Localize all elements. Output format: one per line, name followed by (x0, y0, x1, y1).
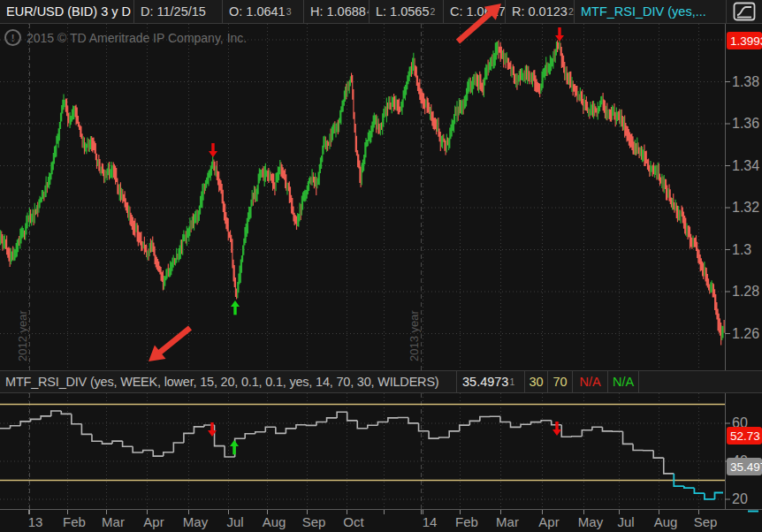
time-tick-label: Sep (302, 514, 326, 529)
time-tick-label: May (578, 514, 604, 529)
time-tick-label: Mar (102, 514, 125, 529)
time-tick-label: Apr (538, 514, 559, 529)
study-name[interactable]: MTF_RSI_DIV (yes, WEEK, lower, 15, 20, 0… (0, 371, 457, 392)
ohlc-fields: D: 11/25/15O: 1.06413H: 1.06884L: 1.0565… (134, 0, 575, 23)
field-l[interactable]: L: 1.05652 (370, 0, 444, 23)
price-tick-label: 1.36 (732, 116, 759, 131)
time-tick-label: Jul (226, 514, 243, 529)
sell-signal-arrow (208, 430, 217, 437)
time-tick-label: Sep (694, 514, 718, 529)
time-axis-canvas: 13FebMarAprMayJulAugSepOct14FebMarAprMay… (0, 509, 762, 532)
sell-signal-arrow (209, 151, 217, 157)
study-na-green: N/A (608, 371, 639, 392)
rsi-canvas[interactable]: 604020 (0, 393, 762, 509)
rsi-step-line (0, 411, 674, 474)
time-tick-label: Feb (63, 514, 86, 529)
time-tick-label: May (183, 514, 209, 529)
study-level-30: 30 (525, 371, 548, 392)
study-na-red: N/A (573, 371, 608, 392)
price-tick-label: 1.38 (732, 74, 759, 89)
price-tick-label: 1.3 (732, 242, 751, 257)
signal-arrow-shaft (233, 307, 236, 315)
study-shortcut-link[interactable]: MTF_RSI_DIV (yes,... (575, 0, 727, 23)
sell-signal-arrow (552, 429, 561, 436)
price-tick-label: 1.28 (732, 284, 759, 299)
time-tick-label: 13 (28, 514, 43, 529)
field-r[interactable]: R: 0.01232 (506, 0, 575, 23)
chart-header: EUR/USD (BID) 3 y D D: 11/25/15O: 1.0641… (0, 0, 762, 24)
signal-arrow-shaft (555, 422, 558, 429)
chart-style-button[interactable] (727, 0, 762, 23)
down-bars (2, 41, 724, 346)
signal-arrow-shaft (210, 422, 213, 430)
up-bars (1, 41, 723, 340)
time-tick-label: Jul (617, 514, 634, 529)
year-label: 2012 year (16, 310, 29, 361)
price-chart-canvas[interactable]: 2012 year2013 year1.381.361.341.321.31.2… (0, 24, 762, 370)
sell-signal-arrow (555, 35, 564, 42)
chart-style-icon (733, 2, 756, 21)
rsi-step-line-oversold (674, 474, 723, 499)
field-c[interactable]: C: 1.06171 (444, 0, 506, 23)
rsi-axis-badge-gray: 35.4973 (727, 458, 762, 475)
time-tick-label: Mar (496, 514, 519, 529)
year-label: 2013 year (408, 310, 421, 361)
price-tick-label: 1.26 (732, 326, 759, 341)
signal-arrow-shaft (232, 446, 235, 454)
time-tick-label: Oct (343, 514, 364, 529)
study-label-bar: MTF_RSI_DIV (yes, WEEK, lower, 15, 20, 0… (0, 370, 762, 393)
buy-signal-arrow (231, 300, 240, 307)
signal-arrow-shaft (211, 143, 214, 151)
price-chart-panel[interactable]: 2012 year2013 year1.381.361.341.321.31.2… (0, 24, 762, 370)
field-h[interactable]: H: 1.06884 (304, 0, 370, 23)
study-bar-filler (639, 371, 762, 392)
rsi-tick-label: 20 (732, 491, 748, 506)
field-d[interactable]: D: 11/25/15 (134, 0, 223, 23)
time-tick-label: Feb (455, 514, 478, 529)
price-tick-label: 1.32 (732, 200, 759, 215)
study-level-70: 70 (548, 371, 573, 392)
time-tick-label: 14 (423, 514, 438, 529)
price-tick-label: 1.34 (732, 158, 759, 173)
symbol-label[interactable]: EUR/USD (BID) 3 y D (0, 0, 134, 23)
trading-platform-window: EUR/USD (BID) 3 y D D: 11/25/15O: 1.0641… (0, 0, 762, 532)
study-value: 35.49731 (457, 371, 525, 392)
buy-signal-arrow (230, 440, 239, 446)
signal-arrow-shaft (558, 27, 560, 35)
rsi-panel[interactable]: 604020 52.73 35.4973 (0, 393, 762, 509)
price-axis-badge: 1.3993 (727, 32, 762, 49)
time-tick-label: Aug (654, 514, 678, 529)
rsi-axis-badge-red: 52.73 (727, 427, 762, 445)
time-tick-label: Aug (263, 514, 286, 529)
field-o[interactable]: O: 1.06413 (223, 0, 304, 23)
time-axis[interactable]: 13FebMarAprMayJulAugSepOct14FebMarAprMay… (0, 509, 762, 532)
time-tick-label: Apr (143, 514, 164, 529)
